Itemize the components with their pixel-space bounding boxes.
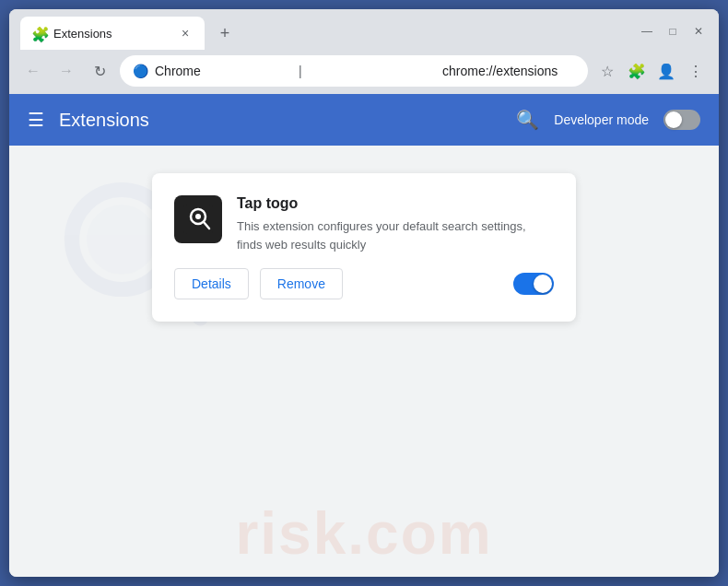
developer-mode-toggle[interactable] [663, 110, 700, 130]
browser-tab[interactable]: 🧩 Extensions × [20, 17, 205, 50]
reload-button[interactable]: ↻ [87, 58, 112, 84]
extension-enable-toggle[interactable] [513, 273, 554, 295]
extensions-button[interactable]: 🧩 [625, 59, 649, 83]
extensions-header: ☰ Extensions 🔍 Developer mode [9, 94, 719, 146]
title-bar: 🧩 Extensions × + — □ ✕ [9, 9, 719, 50]
address-bar-row: ← → ↻ 🔵 Chrome | chrome://extensions ☆ 🧩… [9, 50, 719, 94]
extensions-page-title: Extensions [59, 110, 149, 131]
bookmark-button[interactable]: ☆ [595, 59, 619, 83]
address-separator: | [299, 64, 431, 78]
menu-button[interactable]: ⋮ [684, 59, 708, 83]
close-button[interactable]: ✕ [689, 22, 708, 41]
profile-button[interactable]: 👤 [654, 59, 678, 83]
back-button[interactable]: ← [20, 58, 46, 84]
minimize-button[interactable]: — [638, 22, 656, 41]
developer-mode-label: Developer mode [554, 112, 649, 127]
extension-top: Tap togo This extension configures your … [174, 195, 554, 253]
remove-button[interactable]: Remove [260, 268, 343, 299]
extension-name: Tap togo [237, 195, 554, 212]
address-bar[interactable]: 🔵 Chrome | chrome://extensions [120, 55, 588, 87]
svg-point-6 [195, 214, 201, 219]
window-controls: — □ ✕ [638, 22, 708, 44]
search-icon[interactable]: 🔍 [516, 109, 539, 131]
forward-button[interactable]: → [53, 58, 79, 84]
tab-extension-icon: 🧩 [31, 26, 46, 41]
address-actions: ☆ 🧩 👤 ⋮ [595, 59, 708, 83]
tab-close-button[interactable]: × [177, 25, 194, 41]
url-display: chrome://extensions [442, 64, 575, 78]
extension-description: This extension configures your default s… [237, 217, 554, 253]
hamburger-menu-icon[interactable]: ☰ [28, 109, 44, 131]
extensions-content: risk.com Tap togo This extension configu… [9, 146, 719, 577]
svg-point-2 [87, 205, 157, 275]
tab-title: Extensions [53, 27, 170, 41]
header-right: 🔍 Developer mode [516, 109, 700, 131]
extension-toggle-knob [534, 275, 552, 293]
maximize-button[interactable]: □ [663, 22, 682, 41]
tap-togo-icon [182, 203, 215, 236]
extension-info: Tap togo This extension configures your … [237, 195, 554, 253]
security-icon: 🔵 [133, 64, 147, 78]
watermark-text: risk.com [235, 499, 492, 568]
toggle-knob [665, 111, 682, 128]
browser-name: Chrome [155, 64, 288, 78]
extension-card: Tap togo This extension configures your … [152, 173, 576, 322]
browser-window: 🧩 Extensions × + — □ ✕ ← → ↻ 🔵 Chrome | … [9, 9, 719, 577]
extension-icon [174, 195, 222, 243]
new-tab-button[interactable]: + [212, 20, 238, 46]
extension-actions: Details Remove [174, 268, 554, 299]
details-button[interactable]: Details [174, 268, 249, 299]
